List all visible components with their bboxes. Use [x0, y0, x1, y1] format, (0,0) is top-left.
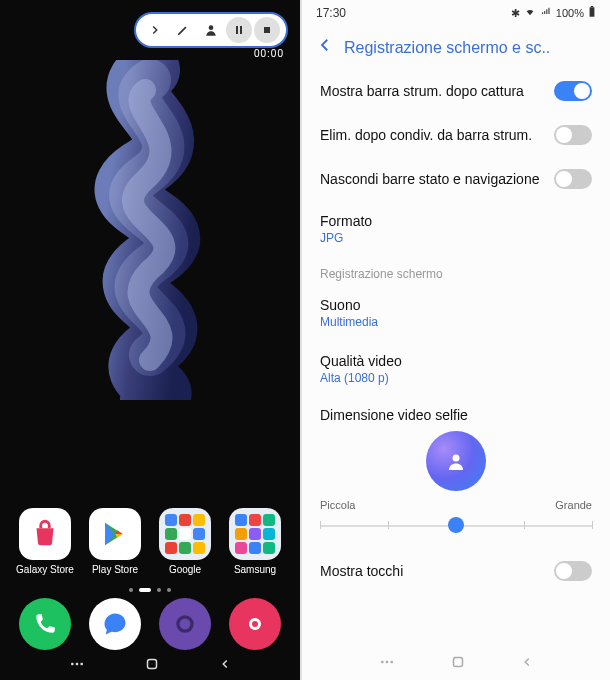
svg-point-7 [252, 621, 258, 627]
svg-point-14 [453, 455, 460, 462]
row-label: Dimensione video selfie [320, 407, 592, 423]
status-bar: 17:30 ✱ 100% [302, 0, 610, 26]
svg-rect-18 [453, 658, 462, 667]
messages-icon[interactable] [89, 598, 141, 650]
svg-rect-3 [264, 27, 270, 33]
browser-icon[interactable] [159, 598, 211, 650]
row-format[interactable]: Formato JPG [302, 201, 610, 257]
row-delete-after-share[interactable]: Elim. dopo condiv. da barra strum. [302, 113, 610, 157]
wallpaper-ribbon [40, 60, 260, 400]
recording-timer: 00:00 [254, 48, 284, 59]
status-time: 17:30 [316, 6, 346, 20]
pencil-icon[interactable] [170, 17, 196, 43]
row-show-touches[interactable]: Mostra tocchi [302, 549, 610, 593]
app-label: Google [169, 564, 201, 575]
toggle-hide-bars[interactable] [554, 169, 592, 189]
svg-rect-1 [236, 26, 238, 34]
pause-icon[interactable] [226, 17, 252, 43]
row-hide-bars[interactable]: Nascondi barre stato e navigazione [302, 157, 610, 201]
person-icon [426, 431, 486, 491]
row-selfie-size: Dimensione video selfie Piccola Grande [302, 397, 610, 549]
selfie-preview [320, 431, 592, 491]
samsung-folder-icon [229, 508, 281, 560]
recording-toolbar [134, 12, 288, 48]
row-label: Nascondi barre stato e navigazione [320, 171, 544, 187]
app-samsung-folder[interactable]: Samsung [223, 508, 287, 575]
svg-rect-8 [71, 663, 73, 665]
nav-home[interactable] [143, 655, 161, 677]
page-indicator [129, 588, 171, 592]
svg-rect-2 [240, 26, 242, 34]
nav-recents[interactable] [68, 657, 86, 675]
svg-rect-9 [76, 663, 78, 665]
dock [0, 598, 300, 650]
stop-icon[interactable] [254, 17, 280, 43]
app-google-folder[interactable]: Google [153, 508, 217, 575]
toggle-delete-after-share[interactable] [554, 125, 592, 145]
play-store-icon [89, 508, 141, 560]
slider-max-label: Grande [555, 499, 592, 511]
slider-min-label: Piccola [320, 499, 355, 511]
home-screen-panel: 00:00 Galaxy Store Play Store Google [0, 0, 302, 680]
page-title: Registrazione schermo e sc.. [344, 39, 550, 57]
svg-rect-12 [590, 7, 595, 17]
person-icon[interactable] [198, 17, 224, 43]
svg-rect-16 [386, 661, 388, 663]
app-label: Galaxy Store [16, 564, 74, 575]
back-button[interactable] [316, 36, 334, 59]
wallpaper [0, 0, 300, 680]
row-value: Multimedia [320, 315, 582, 329]
camera-icon[interactable] [229, 598, 281, 650]
nav-home[interactable] [449, 653, 467, 675]
status-icons: ✱ 100% [511, 6, 596, 20]
svg-point-0 [209, 25, 214, 30]
toggle-show-touches[interactable] [554, 561, 592, 581]
row-label: Mostra tocchi [320, 563, 544, 579]
toggle-show-toolbar[interactable] [554, 81, 592, 101]
battery-icon [588, 6, 596, 20]
row-label: Mostra barra strum. dopo cattura [320, 83, 544, 99]
svg-point-5 [180, 619, 191, 630]
settings-header: Registrazione schermo e sc.. [302, 26, 610, 69]
row-sound[interactable]: Suono Multimedia [302, 285, 610, 341]
phone-icon[interactable] [19, 598, 71, 650]
signal-icon [540, 7, 552, 19]
wifi-icon [524, 7, 536, 19]
chevron-right-icon[interactable] [142, 17, 168, 43]
google-folder-icon [159, 508, 211, 560]
svg-rect-10 [81, 663, 83, 665]
svg-rect-11 [147, 660, 156, 669]
nav-bar-left [0, 652, 300, 680]
nav-back[interactable] [218, 657, 232, 675]
nav-recents[interactable] [378, 655, 396, 673]
app-play-store[interactable]: Play Store [83, 508, 147, 575]
row-label: Suono [320, 297, 582, 313]
row-label: Qualità video [320, 353, 582, 369]
row-value: Alta (1080 p) [320, 371, 582, 385]
nav-back[interactable] [520, 655, 534, 673]
app-row: Galaxy Store Play Store Google [0, 508, 300, 575]
svg-rect-13 [591, 6, 593, 7]
battery-text: 100% [556, 7, 584, 19]
row-value: JPG [320, 231, 582, 245]
row-show-toolbar[interactable]: Mostra barra strum. dopo cattura [302, 69, 610, 113]
svg-rect-15 [381, 661, 383, 663]
section-header: Registrazione schermo [302, 257, 610, 285]
svg-rect-17 [391, 661, 393, 663]
app-galaxy-store[interactable]: Galaxy Store [13, 508, 77, 575]
nav-bar-right [302, 648, 610, 680]
selfie-size-slider[interactable] [320, 515, 592, 535]
row-label: Elim. dopo condiv. da barra strum. [320, 127, 544, 143]
app-label: Play Store [92, 564, 138, 575]
app-label: Samsung [234, 564, 276, 575]
slider-thumb[interactable] [448, 517, 464, 533]
row-label: Formato [320, 213, 582, 229]
settings-list: Mostra barra strum. dopo cattura Elim. d… [302, 69, 610, 648]
bluetooth-icon: ✱ [511, 7, 520, 20]
settings-panel: 17:30 ✱ 100% Registrazione schermo e sc.… [302, 0, 610, 680]
galaxy-store-icon [19, 508, 71, 560]
row-quality[interactable]: Qualità video Alta (1080 p) [302, 341, 610, 397]
